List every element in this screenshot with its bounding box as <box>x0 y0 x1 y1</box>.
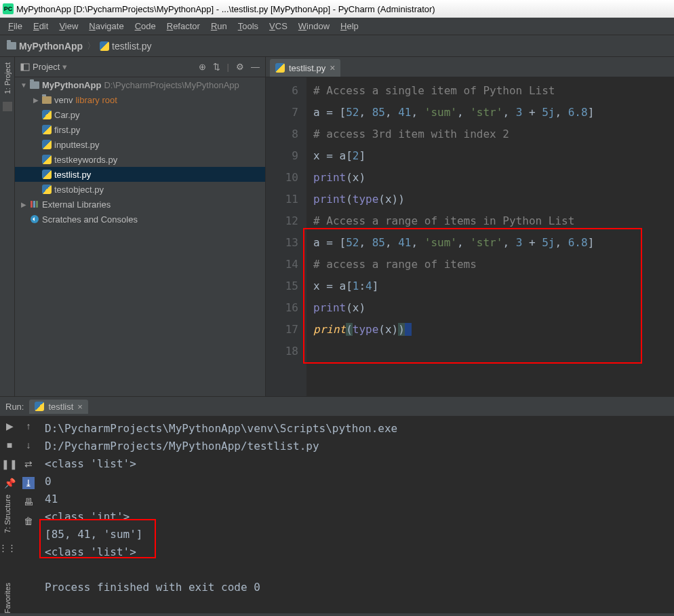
menu-navigate[interactable]: Navigate <box>85 20 127 33</box>
code-line-7[interactable]: a = [52, 85, 41, 'sum', 'str', 3 + 5j, 6… <box>313 102 667 123</box>
app-icon: PC <box>3 3 14 14</box>
editor-area: testlist.py × 6789101112131415161718 # A… <box>266 57 674 396</box>
code-line-13[interactable]: # Access a range of items in Python List <box>313 210 667 232</box>
breadcrumb-file-label: testlist.py <box>112 41 151 52</box>
editor-tabs: testlist.py × <box>266 57 674 77</box>
menu-help[interactable]: Help <box>336 20 363 33</box>
menu-window[interactable]: Window <box>294 20 334 33</box>
library-icon <box>30 199 39 209</box>
scroll-end-button[interactable]: ⤓ <box>22 477 35 489</box>
code-line-6[interactable]: # Access a single item of Python List <box>313 80 667 102</box>
tree-item[interactable]: Car.py <box>15 107 265 122</box>
soft-wrap-button[interactable]: ⇄ <box>22 458 35 470</box>
python-file-icon <box>42 125 52 134</box>
close-run-tab-button[interactable]: × <box>77 402 83 412</box>
project-tree[interactable]: ▼MyPythonApp D:\PycharmProjects\MyPython… <box>15 77 265 396</box>
output-line: <class 'list'> <box>45 543 667 561</box>
output-line: <class 'list'> <box>45 455 667 473</box>
code-line-17[interactable]: print(x) <box>313 297 667 319</box>
output-line: <class 'int'> <box>45 508 667 526</box>
menu-run[interactable]: Run <box>207 20 231 33</box>
menu-edit[interactable]: Edit <box>29 20 52 33</box>
favorites-tool-button[interactable]: Favorites <box>3 580 12 616</box>
project-tool-button[interactable]: 1: Project <box>3 60 12 96</box>
settings-button[interactable]: ⚙ <box>236 62 244 72</box>
print-button[interactable]: 🖶 <box>22 496 35 508</box>
close-tab-button[interactable]: × <box>330 62 335 73</box>
code-line-10[interactable]: print(x) <box>313 167 667 189</box>
svg-rect-1 <box>21 64 24 71</box>
python-file-icon <box>42 170 52 179</box>
folder-icon <box>42 96 52 104</box>
locate-button[interactable]: ⊕ <box>199 62 206 72</box>
run-tab[interactable]: testlist × <box>29 400 87 414</box>
project-view-icon <box>20 62 30 72</box>
run-tab-label: testlist <box>48 402 73 412</box>
run-panel: Run: testlist × ▶ ■ ❚❚ 📌 ↑ ↓ ⇄ ⤓ 🖶 🗑 <box>0 396 674 613</box>
menu-code[interactable]: Code <box>131 20 160 33</box>
tree-item[interactable]: testkeywords.py <box>15 152 265 167</box>
code-content[interactable]: # Access a single item of Python Lista =… <box>306 77 674 396</box>
output-line: D:\PycharmProjects\MyPythonApp\venv\Scri… <box>45 420 667 455</box>
tree-item[interactable]: ▼MyPythonApp D:\PycharmProjects\MyPython… <box>15 77 265 92</box>
menu-vcs[interactable]: VCS <box>265 20 292 33</box>
tree-item[interactable]: first.py <box>15 122 265 137</box>
python-file-icon <box>100 41 109 51</box>
editor-tab-testlist[interactable]: testlist.py × <box>270 59 340 77</box>
output-line: [85, 41, 'sum'] <box>45 526 667 543</box>
code-line-16[interactable]: x = a[1:4] <box>313 275 667 297</box>
code-editor[interactable]: 6789101112131415161718 # Access a single… <box>266 77 674 396</box>
scratches-icon <box>30 214 39 224</box>
breadcrumb-file[interactable]: testlist.py <box>100 41 151 52</box>
svg-rect-3 <box>33 201 35 208</box>
project-panel: Project ▾ ⊕ ⇅ | ⚙ — ▼MyPythonApp D:\Pych… <box>15 57 266 396</box>
breadcrumb-project[interactable]: MyPythonApp <box>7 41 83 52</box>
code-line-11[interactable]: print(type(x)) <box>313 189 667 210</box>
editor-tab-label: testlist.py <box>289 63 325 73</box>
tree-item[interactable]: testobject.py <box>15 182 265 197</box>
breadcrumb-separator: 〉 <box>87 40 96 52</box>
output-line: 41 <box>45 490 667 508</box>
svg-rect-4 <box>36 201 38 208</box>
code-line-18[interactable]: print(type(x)) <box>313 319 667 341</box>
menu-view[interactable]: View <box>55 20 82 33</box>
menu-tools[interactable]: Tools <box>234 20 262 33</box>
structure-icon: ⋮⋮ <box>0 543 16 553</box>
hide-button[interactable]: — <box>251 62 260 72</box>
menu-refactor[interactable]: Refactor <box>163 20 204 33</box>
python-file-icon <box>42 185 52 194</box>
tree-item[interactable]: testlist.py <box>15 167 265 182</box>
folder-icon <box>30 81 39 89</box>
svg-rect-2 <box>31 201 33 208</box>
code-line-9[interactable]: x = a[2] <box>313 145 667 167</box>
tree-item[interactable]: inputtest.py <box>15 137 265 152</box>
tree-item[interactable]: ▶External Libraries <box>15 197 265 212</box>
tree-item[interactable]: ▶venv library root <box>15 92 265 107</box>
tool-square-icon[interactable] <box>3 102 12 111</box>
window-title: MyPythonApp [D:\PycharmProjects\MyPython… <box>16 4 435 14</box>
structure-tool-button[interactable]: 7: Structure <box>3 492 12 536</box>
output-line <box>45 561 667 579</box>
output-line: 0 <box>45 473 667 490</box>
folder-icon <box>7 42 16 50</box>
breadcrumb-project-label: MyPythonApp <box>19 41 83 52</box>
python-file-icon <box>42 155 52 164</box>
code-line-14[interactable]: a = [52, 85, 41, 'sum', 'str', 3 + 5j, 6… <box>313 232 667 254</box>
menu-file[interactable]: File <box>4 20 26 33</box>
python-file-icon <box>42 110 52 119</box>
tree-item[interactable]: Scratches and Consoles <box>15 212 265 227</box>
down-button[interactable]: ↓ <box>22 439 35 451</box>
run-output[interactable]: D:\PycharmProjects\MyPythonApp\venv\Scri… <box>38 416 674 613</box>
up-button[interactable]: ↑ <box>22 420 35 432</box>
python-file-icon <box>35 402 44 411</box>
code-line-15[interactable]: # access a range of items <box>313 254 667 275</box>
project-panel-title: Project <box>33 62 60 72</box>
code-line-8[interactable]: # access 3rd item with index 2 <box>313 123 667 145</box>
project-panel-header: Project ▾ ⊕ ⇅ | ⚙ — <box>15 57 265 77</box>
run-panel-header: Run: testlist × <box>0 397 674 416</box>
trash-button[interactable]: 🗑 <box>22 515 35 527</box>
line-gutter: 6789101112131415161718 <box>266 77 306 396</box>
collapse-button[interactable]: ⇅ <box>213 62 220 72</box>
dropdown-icon[interactable]: ▾ <box>62 62 67 72</box>
menu-bar: FileEditViewNavigateCodeRefactorRunTools… <box>0 18 674 35</box>
